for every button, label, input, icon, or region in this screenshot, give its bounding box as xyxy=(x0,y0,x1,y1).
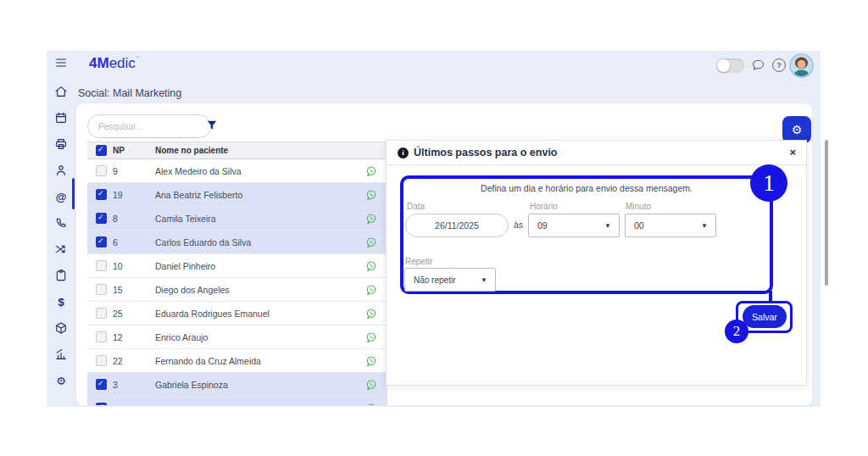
chat-icon[interactable] xyxy=(751,58,765,72)
hamburger-menu-icon[interactable] xyxy=(53,55,69,70)
table-row[interactable]: 3 Gabriela Espinoza xyxy=(87,373,387,397)
repetir-label: Repetir xyxy=(405,257,432,266)
select-all-checkbox[interactable] xyxy=(96,145,107,156)
repeat-value: Não repetir xyxy=(414,275,455,285)
row-checkbox[interactable] xyxy=(96,331,107,342)
whatsapp-icon[interactable] xyxy=(365,213,377,225)
table-row[interactable]: 9 Alex Medeiro da Silva xyxy=(87,159,387,183)
whatsapp-icon[interactable] xyxy=(365,260,377,272)
row-np: 6 xyxy=(113,237,155,247)
row-patient-name: Gabriela Espinoza xyxy=(155,380,365,390)
row-patient-name: Enrico Araujo xyxy=(155,332,365,342)
whatsapp-icon[interactable] xyxy=(365,355,377,367)
table-row[interactable]: 12 Enrico Araujo xyxy=(87,325,387,349)
search-input[interactable] xyxy=(87,114,211,138)
repeat-select[interactable]: Não repetir▼ xyxy=(404,268,496,292)
sidebar-item-patients[interactable] xyxy=(53,163,69,178)
row-np: 3 xyxy=(113,380,155,390)
theme-toggle[interactable] xyxy=(716,58,744,73)
row-patient-name: Fernando da Cruz Almeida xyxy=(155,356,365,366)
modal-instruction: Defina um dia e horário para envio dessa… xyxy=(403,183,771,193)
user-avatar[interactable] xyxy=(789,53,814,78)
app-logo: 4Medicˊ xyxy=(89,55,139,72)
minuto-label: Minuto xyxy=(626,202,651,211)
row-checkbox[interactable] xyxy=(96,284,107,295)
sidebar-item-clipboard[interactable] xyxy=(53,268,69,283)
row-patient-name: Giovanna Carvalho xyxy=(155,403,365,406)
row-patient-name: Diego dos Angeles xyxy=(155,285,365,295)
table-header: NP Nome no paciente xyxy=(87,142,387,159)
table-row[interactable]: 19 Ana Beatriz Felisberto xyxy=(87,183,387,207)
scrollbar-thumb[interactable] xyxy=(825,140,828,286)
row-checkbox[interactable] xyxy=(96,308,107,319)
sidebar-item-stats[interactable] xyxy=(53,347,69,362)
row-np: 15 xyxy=(113,285,155,295)
hour-select[interactable]: 09▼ xyxy=(528,214,620,237)
table-row[interactable]: 22 Fernando da Cruz Almeida xyxy=(87,349,387,373)
patients-table: NP Nome no paciente 9 Alex Medeiro da Si… xyxy=(87,142,387,405)
row-checkbox[interactable] xyxy=(96,379,107,390)
sidebar-item-calendar[interactable] xyxy=(53,110,69,125)
annotation-step-2: 2 xyxy=(725,320,748,343)
toggle-knob xyxy=(717,59,730,72)
header-np: NP xyxy=(113,146,155,155)
sidebar-item-package[interactable] xyxy=(53,320,69,336)
conjunction-text: às xyxy=(514,220,523,230)
help-icon[interactable]: ? xyxy=(772,58,786,72)
row-checkbox[interactable] xyxy=(96,213,107,224)
filter-icon[interactable] xyxy=(205,119,219,132)
active-nav-indicator xyxy=(72,178,75,209)
row-np: 22 xyxy=(113,356,155,366)
minute-select[interactable]: 00▼ xyxy=(625,214,716,237)
header-name: Nome no paciente xyxy=(155,146,387,155)
sidebar-item-mail-marketing[interactable]: @ xyxy=(53,189,69,204)
sidebar-item-printer[interactable] xyxy=(53,136,69,152)
whatsapp-icon[interactable] xyxy=(365,236,377,248)
row-np: 12 xyxy=(113,332,155,342)
modal-title: Últimos passos para o envio xyxy=(414,147,558,158)
sidebar-item-finance[interactable]: $ xyxy=(53,294,69,309)
row-np: 25 xyxy=(113,309,155,319)
table-row[interactable]: 8 Camila Teixeira xyxy=(87,207,387,231)
table-row[interactable]: 6 Carlos Eduardo da Silva xyxy=(87,231,387,254)
row-checkbox[interactable] xyxy=(96,355,107,366)
table-row[interactable]: 10 Daniel Pinheiro xyxy=(87,254,387,278)
row-np: 8 xyxy=(113,214,155,224)
whatsapp-icon[interactable] xyxy=(365,379,377,391)
date-input[interactable]: 26/11/2025 xyxy=(405,214,509,237)
row-np: 9 xyxy=(113,166,155,176)
row-patient-name: Ana Beatriz Felisberto xyxy=(155,190,365,200)
sidebar-item-home[interactable] xyxy=(53,84,69,99)
row-np: 18 xyxy=(113,403,155,406)
horario-label: Horário xyxy=(530,202,558,211)
save-button[interactable]: Salvar xyxy=(743,305,787,328)
whatsapp-icon[interactable] xyxy=(365,165,377,177)
close-icon[interactable]: × xyxy=(789,146,796,158)
table-row[interactable]: 18 Giovanna Carvalho xyxy=(87,397,387,405)
sidebar-item-settings[interactable]: ⚙ xyxy=(53,373,69,388)
sidebar-item-phone[interactable] xyxy=(53,215,69,231)
row-checkbox[interactable] xyxy=(96,260,107,271)
row-checkbox[interactable] xyxy=(96,165,107,176)
sidebar-item-shuffle[interactable] xyxy=(53,242,69,257)
whatsapp-icon[interactable] xyxy=(365,308,377,320)
app-window: @ $ ⚙ 4Medicˊ ? xyxy=(47,51,821,407)
data-label: Data xyxy=(407,202,425,211)
whatsapp-icon[interactable] xyxy=(365,403,377,406)
row-np: 19 xyxy=(113,190,155,200)
row-patient-name: Eduarda Rodrigues Emanuel xyxy=(155,309,365,319)
whatsapp-icon[interactable] xyxy=(365,189,377,201)
page-title: Social: Mail Marketing xyxy=(78,87,181,99)
row-patient-name: Camila Teixeira xyxy=(155,214,365,224)
row-checkbox[interactable] xyxy=(96,403,107,405)
row-checkbox[interactable] xyxy=(96,189,107,200)
chevron-down-icon: ▼ xyxy=(481,276,487,284)
whatsapp-icon[interactable] xyxy=(365,331,377,343)
minute-value: 00 xyxy=(634,220,644,231)
table-row[interactable]: 15 Diego dos Angeles xyxy=(87,278,387,302)
row-np: 10 xyxy=(113,261,155,271)
whatsapp-icon[interactable] xyxy=(365,284,377,296)
page: @ $ ⚙ 4Medicˊ ? xyxy=(0,0,868,456)
row-checkbox[interactable] xyxy=(96,236,107,247)
table-row[interactable]: 25 Eduarda Rodrigues Emanuel xyxy=(87,302,387,325)
